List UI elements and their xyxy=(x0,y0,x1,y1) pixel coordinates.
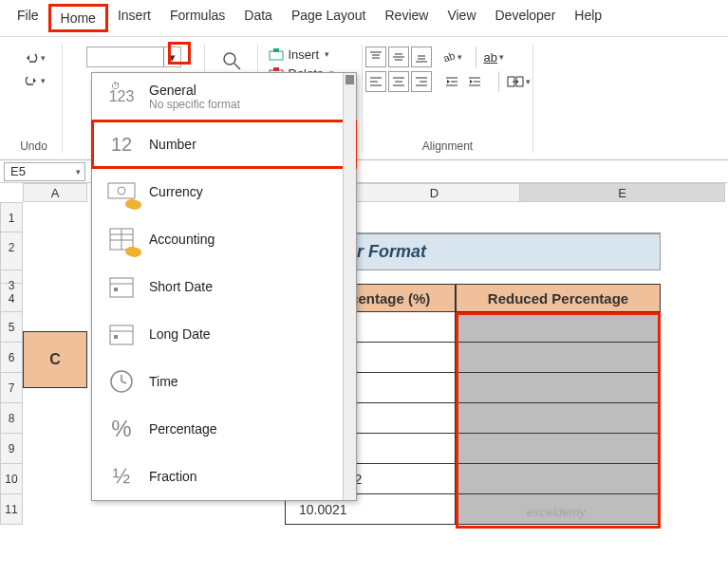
row-header-3[interactable]: 3 xyxy=(0,270,23,284)
shortdate-icon xyxy=(105,272,138,301)
insert-cells-button[interactable]: Insert▾ xyxy=(268,46,353,62)
redo-button[interactable]: ▾ xyxy=(23,71,46,90)
format-option-shortdate[interactable]: Short Date xyxy=(92,263,356,310)
orientation-button[interactable]: ab▾ xyxy=(441,46,462,67)
option-title: Fraction xyxy=(149,469,197,484)
cell-E6[interactable] xyxy=(456,343,661,373)
svg-point-0 xyxy=(224,53,235,65)
align-top[interactable] xyxy=(365,46,386,67)
merge-button[interactable] xyxy=(498,71,531,92)
row-header-5[interactable]: 5 xyxy=(0,312,23,343)
row-header-8[interactable]: 8 xyxy=(0,403,23,434)
cell-E5[interactable] xyxy=(456,312,661,343)
menu-help[interactable]: Help xyxy=(565,4,611,32)
row-header-6[interactable]: 6 xyxy=(0,343,23,373)
table-header-E[interactable]: Reduced Percentage xyxy=(456,284,661,312)
menu-home[interactable]: Home xyxy=(48,4,108,32)
format-option-accounting[interactable]: Accounting xyxy=(92,215,356,263)
number-format-dropdown: ⏱123GeneralNo specific format12NumberCur… xyxy=(91,72,357,501)
menu-view[interactable]: View xyxy=(438,4,485,32)
option-title: Percentage xyxy=(149,421,217,437)
fraction-icon: ½ xyxy=(105,462,138,491)
menu-bar: File Home Insert Formulas Data Page Layo… xyxy=(0,0,728,37)
find-select-icon[interactable] xyxy=(217,46,246,75)
general-icon: ⏱123 xyxy=(105,83,138,111)
format-option-number[interactable]: 12Number xyxy=(92,121,356,168)
menu-review[interactable]: Review xyxy=(376,4,439,32)
align-center[interactable] xyxy=(388,71,409,92)
align-bot[interactable] xyxy=(411,46,432,67)
option-title: General xyxy=(149,83,240,98)
format-option-fraction[interactable]: ½Fraction xyxy=(92,453,356,500)
svg-rect-35 xyxy=(108,183,135,198)
align-left[interactable] xyxy=(365,71,386,92)
row-header-2[interactable]: 2 xyxy=(0,232,23,270)
option-title: Short Date xyxy=(149,279,213,294)
time-icon xyxy=(105,367,138,396)
align-mid[interactable] xyxy=(388,46,409,67)
undo-button[interactable]: ▾ xyxy=(23,48,46,67)
dropdown-scrollbar[interactable] xyxy=(343,73,356,500)
option-title: Time xyxy=(149,374,178,389)
col-header-E[interactable]: E xyxy=(520,183,725,202)
insert-icon xyxy=(268,46,285,62)
row-header-11[interactable]: 11 xyxy=(0,494,23,525)
cell-E11[interactable] xyxy=(456,494,661,525)
menu-insert[interactable]: Insert xyxy=(108,4,160,32)
col-header-A[interactable]: A xyxy=(23,183,87,202)
option-title: Number xyxy=(149,137,196,152)
option-title: Accounting xyxy=(149,232,215,247)
scrollbar-thumb[interactable] xyxy=(345,75,354,84)
menu-data[interactable]: Data xyxy=(234,4,282,32)
menu-formulas[interactable]: Formulas xyxy=(160,4,234,32)
format-option-currency[interactable]: Currency xyxy=(92,168,356,215)
cell-E9[interactable] xyxy=(456,434,661,464)
row-header-1[interactable]: 1 xyxy=(0,202,23,232)
row-label-c[interactable]: C xyxy=(23,331,87,388)
indent-dec[interactable] xyxy=(441,71,462,92)
cell-E8[interactable] xyxy=(456,403,661,434)
format-option-longdate[interactable]: Long Date xyxy=(92,310,356,358)
number-icon: 12 xyxy=(105,130,138,158)
format-option-percentage[interactable]: %Percentage xyxy=(92,405,356,453)
cell-E10[interactable] xyxy=(456,464,661,494)
number-format-combo[interactable]: ▾ xyxy=(86,46,181,67)
svg-rect-43 xyxy=(114,288,118,291)
menu-pagelayout[interactable]: Page Layout xyxy=(282,4,376,32)
longdate-icon xyxy=(105,320,138,348)
menu-file[interactable]: File xyxy=(8,4,48,32)
menu-developer[interactable]: Developer xyxy=(486,4,566,32)
svg-line-1 xyxy=(234,64,240,69)
percentage-icon: % xyxy=(105,415,138,443)
row-header-7[interactable]: 7 xyxy=(0,373,23,403)
wrap-text-button[interactable]: ab xyxy=(476,46,504,67)
accounting-icon xyxy=(105,225,138,253)
group-label-alignment: Alignment xyxy=(422,139,473,153)
currency-icon xyxy=(105,177,138,206)
svg-rect-41 xyxy=(110,278,133,297)
option-title: Long Date xyxy=(149,326,211,342)
svg-point-36 xyxy=(118,187,125,195)
row-header-4[interactable]: 4 xyxy=(0,284,23,312)
ribbon-group-alignment: ab▾ ab Alignment xyxy=(363,45,533,153)
cell-E7[interactable] xyxy=(456,373,661,403)
align-right[interactable] xyxy=(411,71,432,92)
row-header-10[interactable]: 10 xyxy=(0,464,23,494)
svg-rect-3 xyxy=(273,48,279,52)
ribbon-group-undo: ▾ ▾ Undo xyxy=(6,45,63,153)
format-option-time[interactable]: Time xyxy=(92,358,356,405)
svg-rect-44 xyxy=(110,325,133,344)
row-header-9[interactable]: 9 xyxy=(0,434,23,464)
col-header-D[interactable]: D xyxy=(349,183,520,202)
format-option-general[interactable]: ⏱123GeneralNo specific format xyxy=(92,73,356,121)
indent-inc[interactable] xyxy=(464,71,485,92)
svg-text:ab: ab xyxy=(441,49,456,64)
svg-line-49 xyxy=(121,381,126,383)
number-format-dropdown-button[interactable]: ▾ xyxy=(163,47,180,66)
name-box[interactable]: E5▾ xyxy=(4,162,85,181)
svg-rect-46 xyxy=(114,335,118,339)
svg-rect-5 xyxy=(273,67,279,71)
group-label-undo: Undo xyxy=(20,139,47,153)
row-headers: 1 2 3 4 5 6 7 8 9 10 11 xyxy=(0,202,23,525)
svg-rect-2 xyxy=(270,51,283,60)
